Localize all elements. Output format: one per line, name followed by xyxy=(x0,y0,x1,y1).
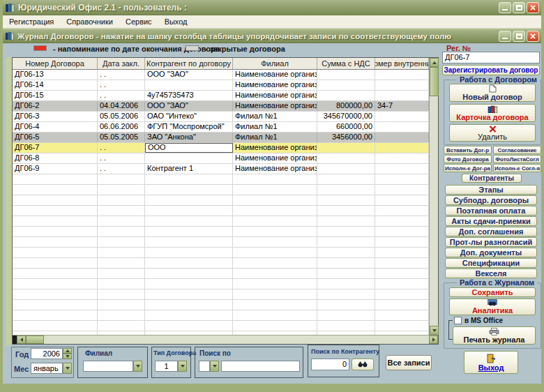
table-row[interactable]: ДГ06-204.04.2006ООО "ЗАО"Наименование ор… xyxy=(13,101,429,112)
menu-registration[interactable]: Регистрация xyxy=(3,17,60,26)
maximize-button[interactable] xyxy=(513,2,525,13)
scroll-up-button[interactable] xyxy=(430,58,439,67)
search-field-select[interactable] xyxy=(199,361,210,372)
print-journal-button[interactable]: Печать журнала xyxy=(453,326,536,345)
column-header-number[interactable]: Номер Договора xyxy=(13,58,98,69)
staged-payment-button[interactable]: Поэтапная оплата xyxy=(445,206,537,216)
menu-service[interactable]: Сервис xyxy=(119,17,158,26)
subcontracts-button[interactable]: Субподр. договоры xyxy=(445,195,537,205)
scroll-down-button[interactable] xyxy=(430,326,439,335)
scroll-right-button[interactable] xyxy=(429,336,438,344)
additional-agreements-button[interactable]: Доп. соглашения xyxy=(445,227,537,236)
additional-documents-button[interactable]: Доп. документы xyxy=(445,248,537,257)
search-contractor-input[interactable]: 0 xyxy=(311,359,349,370)
promissory-notes-button[interactable]: Векселя xyxy=(445,269,537,278)
branch-select[interactable] xyxy=(83,361,133,372)
contract-card-button[interactable]: Карточка договора xyxy=(449,104,536,122)
vertical-scrollbar[interactable] xyxy=(429,58,438,335)
close-button[interactable]: × xyxy=(527,2,539,13)
empty-table-row xyxy=(13,289,429,300)
cell-contractor: ЗАО "Анкона" xyxy=(145,133,233,142)
minimize-button[interactable] xyxy=(499,2,511,13)
cell-internal xyxy=(375,112,429,121)
table-row[interactable]: ДГ06-15. .4у745735473Наименование органи… xyxy=(13,91,429,101)
reg-number-input[interactable]: ДГ06-7 xyxy=(442,52,540,63)
search-dropdown-button[interactable] xyxy=(210,361,219,372)
exit-door-icon xyxy=(486,354,496,363)
cell-internal xyxy=(375,143,429,153)
type-dropdown-button[interactable] xyxy=(178,361,187,372)
year-spin-up[interactable] xyxy=(63,348,72,354)
branch-dropdown-button[interactable] xyxy=(133,361,142,372)
cell-internal xyxy=(375,153,429,163)
cell-contractor: ФГУП "Моспромсрой" xyxy=(145,122,233,132)
save-button[interactable]: Сохранить xyxy=(449,287,536,297)
journal-maximize-button[interactable] xyxy=(513,31,525,42)
journal-minimize-button[interactable] xyxy=(499,31,511,42)
table-row[interactable]: ДГ06-8. .Наименование организации xyxy=(13,153,429,164)
photo-contract-button[interactable]: Фото Договора xyxy=(444,155,492,163)
month-label: Мес xyxy=(14,365,29,373)
table-row[interactable]: ДГ06-305.05.2006ОАО "Интеко"Филиал №1345… xyxy=(13,112,429,122)
month-dropdown-button[interactable] xyxy=(63,363,72,374)
contract-type-select[interactable]: 1 xyxy=(155,361,178,372)
all-records-button[interactable]: Все записи xyxy=(386,355,432,370)
search-input[interactable] xyxy=(221,361,300,372)
column-header-contractor[interactable]: Контрагент по договору xyxy=(145,58,233,69)
find-contractor-button[interactable] xyxy=(352,359,374,370)
menu-directories[interactable]: Справочники xyxy=(60,17,119,26)
register-contract-button[interactable]: Зарегистрировать договор xyxy=(442,65,540,75)
horizontal-scrollbar[interactable] xyxy=(13,335,438,344)
empty-table-row xyxy=(13,195,429,206)
table-row[interactable]: ДГ06-9. .Контрагент 1Наименование органи… xyxy=(13,164,429,174)
scroll-left-button[interactable] xyxy=(17,336,26,344)
menu-exit[interactable]: Выход xyxy=(158,17,194,26)
empty-table-row xyxy=(13,174,429,185)
cell-contractor: ООО "ЗАО" xyxy=(145,70,233,80)
cell-number: ДГ06-2 xyxy=(13,101,98,111)
table-row[interactable]: ДГ06-7. .ОООНаименование организации xyxy=(13,143,429,153)
app-window: Юридический Офис 2.1 - пользователь : × … xyxy=(0,0,544,392)
search-by-label: Поиск по xyxy=(199,349,231,357)
specifications-button[interactable]: Спецификации xyxy=(445,258,537,268)
delete-contract-button[interactable]: Удалить xyxy=(449,124,536,142)
exit-button[interactable]: Выход xyxy=(464,351,518,374)
cell-branch: Филиал №1 xyxy=(233,112,317,121)
agreement-button[interactable]: Согласование xyxy=(493,146,541,154)
column-header-sum[interactable]: Сумма с НДС xyxy=(317,58,375,69)
analytics-button[interactable]: Аналитика xyxy=(449,299,536,315)
cell-sum: 345670000,00 xyxy=(317,112,375,121)
journal-close-button[interactable]: × xyxy=(527,31,539,42)
new-contract-button[interactable]: Новый договор xyxy=(449,84,536,102)
execution-contract-button[interactable]: Исполн-е Дог-ра xyxy=(444,164,492,172)
execution-agreement-button[interactable]: Исполн-е Согл-я xyxy=(493,164,541,172)
contracts-table: Номер Договора Дата закл. Контрагент по … xyxy=(12,57,439,345)
cell-internal xyxy=(375,133,429,142)
column-header-date[interactable]: Дата закл. xyxy=(98,58,145,69)
month-select[interactable]: январь xyxy=(31,363,63,374)
table-row[interactable]: ДГ06-14. .Наименование организации xyxy=(13,80,429,91)
acceptance-acts-button[interactable]: Акты сдачи-приемки xyxy=(445,216,537,226)
year-input[interactable]: 2006 xyxy=(31,348,63,359)
year-spin-down[interactable] xyxy=(63,354,72,359)
cell-date: . . xyxy=(98,164,145,174)
stages-button[interactable]: Этапы xyxy=(445,185,537,195)
vertical-scroll-thumb[interactable] xyxy=(430,67,439,96)
table-row[interactable]: ДГ06-505.05.2005ЗАО "Анкона"Филиал №1345… xyxy=(13,133,429,143)
column-header-internal[interactable]: Номер внутренний xyxy=(375,58,429,69)
empty-table-row xyxy=(13,258,429,269)
cell-sum xyxy=(317,91,375,100)
cell-sum: 660000,00 xyxy=(317,122,375,132)
cell-date: . . xyxy=(98,153,145,163)
insert-contract-button[interactable]: Вставить Дог-р xyxy=(444,146,492,154)
ms-office-checkbox[interactable] xyxy=(454,317,462,324)
table-row[interactable]: ДГ06-406.06.2006ФГУП "Моспромсрой"Филиал… xyxy=(13,122,429,133)
counterparties-button[interactable]: Контрагенты xyxy=(462,174,522,183)
disagreement-protocols-button[interactable]: Прот-лы разногласий xyxy=(445,237,537,247)
photo-sheet-button[interactable]: ФотоЛистаСогл xyxy=(493,155,541,163)
menu-bar: Регистрация Справочники Сервис Выход xyxy=(3,15,541,29)
table-row[interactable]: ДГ06-13. .ООО "ЗАО"Наименование организа… xyxy=(13,70,429,80)
horizontal-scroll-thumb[interactable] xyxy=(26,336,44,344)
column-header-branch[interactable]: Филиал xyxy=(233,58,317,69)
app-icon xyxy=(5,3,15,13)
